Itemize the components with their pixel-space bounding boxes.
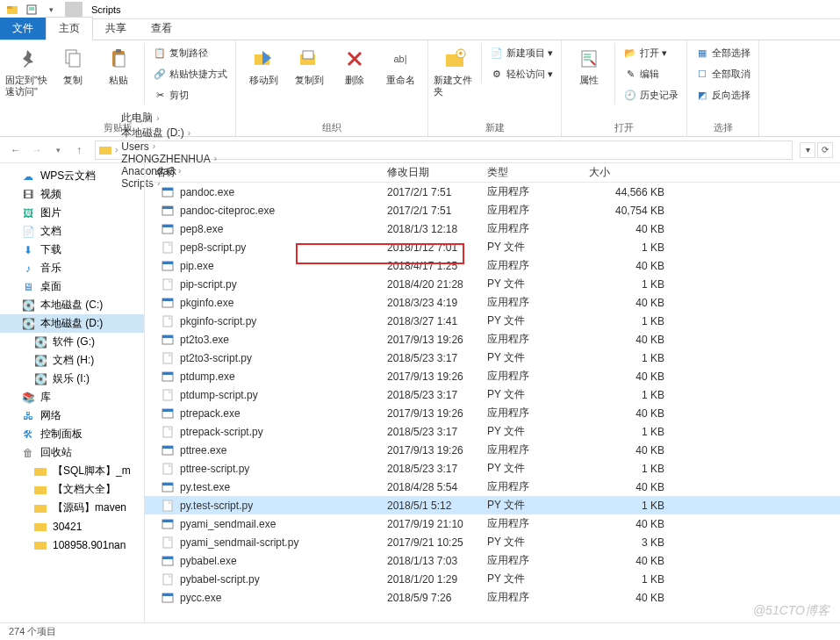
select-none-button[interactable]: ☐全部取消	[693, 64, 753, 83]
tab-home[interactable]: 主页	[46, 17, 93, 40]
recent-dropdown[interactable]: ▾	[49, 141, 67, 159]
file-row[interactable]: pyami_sendmail-script.py2017/9/21 10:25P…	[145, 533, 840, 551]
breadcrumb-segment[interactable]: Users ›	[121, 140, 217, 153]
file-row[interactable]: pandoc-citeproc.exe2017/2/1 7:51应用程序40,7…	[145, 201, 840, 219]
tab-share[interactable]: 共享	[93, 18, 139, 40]
file-row[interactable]: pybabel.exe2018/1/13 7:03应用程序40 KB	[145, 551, 840, 570]
file-row[interactable]: pt2to3-script.py2018/5/23 3:17PY 文件1 KB	[145, 349, 840, 367]
up-button[interactable]: ↑	[70, 141, 88, 159]
tree-item[interactable]: 30421	[0, 517, 144, 536]
open-button[interactable]: 📂打开 ▾	[621, 43, 681, 62]
file-row[interactable]: py.test.exe2018/4/28 5:54应用程序40 KB	[145, 478, 840, 496]
col-header-date[interactable]: 修改日期	[377, 165, 477, 180]
col-header-size[interactable]: 大小	[578, 165, 684, 180]
file-row[interactable]: pkginfo-script.py2018/3/27 1:41PY 文件1 KB	[145, 312, 840, 330]
pin-quick-access-button[interactable]: 固定到"快速访问"	[5, 43, 49, 97]
list-header[interactable]: 名称 修改日期 类型 大小	[145, 163, 840, 183]
file-date: 2018/1/13 7:03	[377, 555, 477, 567]
file-type: 应用程序	[477, 516, 578, 531]
qat-dropdown-icon[interactable]: ▾	[42, 2, 60, 18]
edit-button[interactable]: ✎编辑	[621, 64, 681, 83]
file-row[interactable]: pt2to3.exe2017/9/13 19:26应用程序40 KB	[145, 330, 840, 349]
delete-button[interactable]: 删除	[333, 43, 377, 86]
tab-file[interactable]: 文件	[0, 18, 46, 40]
file-row[interactable]: ptdump.exe2017/9/13 19:26应用程序40 KB	[145, 367, 840, 385]
rename-button[interactable]: ab|重命名	[378, 43, 422, 86]
select-all-button[interactable]: ▦全部选择	[693, 43, 753, 62]
tree-item[interactable]: ♪音乐	[0, 259, 144, 277]
file-icon	[161, 241, 175, 255]
file-row[interactable]: pandoc.exe2017/2/1 7:51应用程序44,566 KB	[145, 183, 840, 201]
tree-item[interactable]: 💽本地磁盘 (D:)	[0, 314, 144, 333]
back-button[interactable]: ←	[7, 141, 25, 159]
tree-item[interactable]: 【源码】maven	[0, 499, 144, 517]
separator	[65, 2, 83, 18]
file-type: PY 文件	[477, 572, 578, 586]
refresh-button[interactable]: ⟳	[817, 142, 833, 158]
tree-item[interactable]: 🎞视频	[0, 185, 144, 204]
file-name: ptdump.exe	[180, 370, 235, 383]
select-invert-button[interactable]: ◩反向选择	[693, 85, 753, 104]
tree-item[interactable]: 💽软件 (G:)	[0, 333, 144, 351]
col-header-name[interactable]: 名称	[145, 165, 377, 180]
tree-item[interactable]: 【文档大全】	[0, 480, 144, 499]
props-button[interactable]: 属性	[567, 43, 611, 86]
exe-icon	[161, 333, 175, 347]
copy-icon	[59, 45, 87, 73]
file-row[interactable]: pybabel-script.py2018/1/20 1:29PY 文件1 KB	[145, 570, 840, 588]
file-row[interactable]: pkginfo.exe2018/3/23 4:19应用程序40 KB	[145, 293, 840, 312]
forward-button[interactable]: →	[28, 141, 46, 159]
history-icon: 🕘	[623, 88, 637, 102]
file-row[interactable]: pip-script.py2018/4/20 21:28PY 文件1 KB	[145, 275, 840, 293]
tree-item[interactable]: 🖥桌面	[0, 277, 144, 296]
history-button[interactable]: 🕘历史记录	[621, 85, 681, 104]
file-row[interactable]: ptdump-script.py2018/5/23 3:17PY 文件1 KB	[145, 385, 840, 404]
newfolder-button[interactable]: ✦新建文件夹	[434, 43, 477, 97]
tree-item[interactable]: 💽文档 (H:)	[0, 351, 144, 370]
file-row[interactable]: py.test-script.py2018/5/1 5:12PY 文件1 KB	[145, 496, 840, 514]
tree-item[interactable]: ☁WPS云文档	[0, 167, 144, 185]
col-header-type[interactable]: 类型	[477, 165, 578, 180]
copyto-button[interactable]: 复制到	[287, 43, 331, 86]
props-qat-icon[interactable]	[23, 2, 40, 18]
moveto-button[interactable]: 移动到	[241, 43, 285, 86]
paste-button[interactable]: 粘贴	[97, 43, 140, 86]
cut-button[interactable]: ✂剪切	[150, 85, 230, 104]
file-row[interactable]: pip.exe2018/4/17 1:25应用程序40 KB	[145, 256, 840, 275]
file-row[interactable]: ptrepack.exe2017/9/13 19:26应用程序40 KB	[145, 404, 840, 422]
paste-icon	[104, 45, 133, 73]
tree-item[interactable]: 📄文档	[0, 222, 144, 241]
tree-item[interactable]: 💽本地磁盘 (C:)	[0, 296, 144, 314]
tree-item[interactable]: 🖧网络	[0, 406, 144, 425]
tree-item[interactable]: 108958.901nan	[0, 536, 144, 554]
tree-item[interactable]: 🖼图片	[0, 204, 144, 222]
copy-button[interactable]: 复制	[51, 43, 95, 86]
pin-icon	[13, 45, 41, 73]
file-rows[interactable]: pandoc.exe2017/2/1 7:51应用程序44,566 KBpand…	[145, 183, 840, 622]
easyaccess-button[interactable]: ⚙轻松访问 ▾	[487, 64, 556, 83]
tree-item[interactable]: 🗑回收站	[0, 443, 144, 462]
breadcrumb[interactable]: › 此电脑 ›本地磁盘 (D:) ›Users ›ZHONGZHENHUA ›A…	[95, 140, 793, 160]
svg-rect-56	[163, 574, 172, 585]
tree-item[interactable]: ⬇下载	[0, 241, 144, 259]
file-row[interactable]: pep8-script.py2018/1/12 7:01PY 文件1 KB	[145, 238, 840, 256]
copy-path-button[interactable]: 📋复制路径	[150, 43, 230, 62]
breadcrumb-segment[interactable]: 本地磁盘 (D:) ›	[121, 126, 217, 140]
file-row[interactable]: pttree.exe2017/9/13 19:26应用程序40 KB	[145, 441, 840, 459]
dropdown-icon[interactable]: ▾	[800, 142, 815, 158]
navigation-tree[interactable]: ☁WPS云文档🎞视频🖼图片📄文档⬇下载♪音乐🖥桌面💽本地磁盘 (C:)💽本地磁盘…	[0, 163, 145, 622]
paste-shortcut-button[interactable]: 🔗粘贴快捷方式	[150, 64, 230, 83]
tree-item[interactable]: 📚库	[0, 388, 144, 406]
file-row[interactable]: pttree-script.py2018/5/23 3:17PY 文件1 KB	[145, 459, 840, 478]
file-row[interactable]: pycc.exe2018/5/9 7:26应用程序40 KB	[145, 588, 840, 607]
file-row[interactable]: ptrepack-script.py2018/5/23 3:17PY 文件1 K…	[145, 422, 840, 441]
file-row[interactable]: pep8.exe2018/1/3 12:18应用程序40 KB	[145, 219, 840, 238]
file-row[interactable]: pyami_sendmail.exe2017/9/19 21:10应用程序40 …	[145, 514, 840, 533]
tree-item[interactable]: 💽娱乐 (I:)	[0, 370, 144, 388]
tree-item[interactable]: 🛠控制面板	[0, 425, 144, 443]
exe-icon	[161, 443, 175, 457]
breadcrumb-segment[interactable]: 此电脑 ›	[121, 111, 217, 126]
tab-view[interactable]: 查看	[139, 18, 184, 40]
tree-item[interactable]: 【SQL脚本】_m	[0, 462, 144, 480]
newitem-button[interactable]: 📄新建项目 ▾	[487, 43, 556, 62]
